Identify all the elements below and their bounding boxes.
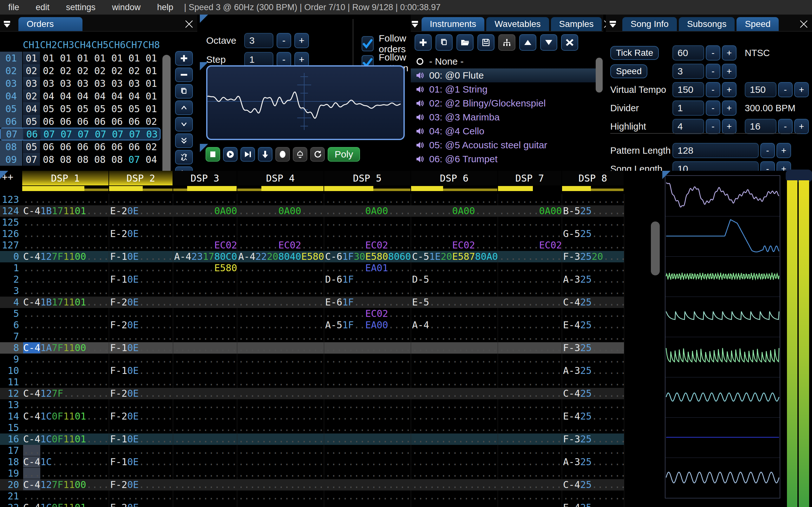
- pattern-cell[interactable]: F-20E......: [109, 479, 173, 491]
- pattern-row[interactable]: 7.......................................…: [0, 331, 624, 342]
- order-cell[interactable]: 03: [125, 78, 143, 89]
- pattern-cell[interactable]: D-61F..........: [324, 274, 411, 285]
- pattern-cell[interactable]: ...............: [411, 354, 498, 365]
- pattern-cell[interactable]: ...........: [498, 342, 562, 354]
- order-cell[interactable]: 01: [23, 52, 40, 64]
- pattern-cell[interactable]: .......EA01....: [324, 262, 411, 274]
- pattern-row[interactable]: 5.......................................…: [0, 308, 624, 320]
- pattern-cell[interactable]: ...........: [498, 228, 562, 239]
- play-pattern-button[interactable]: [241, 147, 255, 162]
- instrument-item[interactable]: 06: @6 Trumpet: [411, 152, 596, 166]
- pattern-cell[interactable]: A-51F..EA00....: [324, 320, 411, 331]
- pattern-cell[interactable]: ...........: [498, 217, 562, 228]
- pattern-cell[interactable]: ...........: [498, 251, 562, 262]
- order-cell[interactable]: 05: [57, 103, 74, 114]
- tab-samples[interactable]: Samples: [551, 17, 602, 31]
- add-button[interactable]: [175, 51, 193, 66]
- order-cell[interactable]: 04: [57, 91, 74, 102]
- plus-button[interactable]: +: [794, 82, 809, 97]
- pattern-row[interactable]: 16C-41C0F1101....F-10E..................…: [0, 434, 624, 445]
- pattern-cell[interactable]: ...........: [498, 354, 562, 365]
- close-icon[interactable]: [181, 17, 197, 31]
- move-bottom-button[interactable]: [175, 133, 193, 148]
- order-cell[interactable]: 05: [91, 103, 108, 114]
- order-cell[interactable]: 03: [40, 78, 57, 89]
- pattern-cell[interactable]: ...............: [411, 262, 498, 274]
- menu-help[interactable]: help: [149, 3, 182, 12]
- order-cell[interactable]: 01: [143, 65, 160, 76]
- pattern-cell[interactable]: ...........: [109, 262, 173, 274]
- step-value[interactable]: 1: [244, 52, 273, 67]
- pattern-cell[interactable]: ...............: [411, 342, 498, 354]
- collapse-icon[interactable]: [0, 17, 14, 31]
- pattern-cell[interactable]: ...............: [22, 194, 109, 205]
- pattern-cell[interactable]: ...............: [411, 456, 498, 468]
- pattern-row[interactable]: 22C-41C0F1101....F-20E..................…: [0, 502, 624, 507]
- pattern-cell[interactable]: ...........: [562, 354, 624, 365]
- order-cell[interactable]: 02: [125, 65, 143, 76]
- pattern-cell[interactable]: ...............: [411, 479, 498, 491]
- pattern-cell[interactable]: .......EC02: [498, 239, 562, 251]
- pattern-cell[interactable]: ...........: [562, 468, 624, 479]
- pattern-row[interactable]: 125.....................................…: [0, 217, 624, 228]
- order-cell[interactable]: 05: [108, 103, 125, 114]
- duplicate-button[interactable]: [175, 84, 193, 99]
- pattern-cell[interactable]: ...........: [562, 308, 624, 320]
- pattern-row[interactable]: 17......................................…: [0, 445, 624, 456]
- order-cell[interactable]: 06: [91, 116, 108, 127]
- order-cell[interactable]: 06: [23, 128, 41, 140]
- pattern-cell[interactable]: ...............: [237, 388, 324, 399]
- order-cell[interactable]: 04: [143, 154, 160, 165]
- pattern-cell[interactable]: ...............: [237, 354, 324, 365]
- orders-row[interactable]: 020202020202020201: [0, 64, 160, 77]
- pattern-cell[interactable]: ...............: [237, 217, 324, 228]
- pattern-cell[interactable]: ...........: [173, 354, 237, 365]
- order-cell[interactable]: 03: [57, 78, 74, 89]
- pattern-cell[interactable]: ...........: [109, 445, 173, 456]
- pattern-cell[interactable]: C-425......: [562, 388, 624, 399]
- pattern-cell[interactable]: ...............: [411, 445, 498, 456]
- pattern-cell[interactable]: ...........: [562, 399, 624, 411]
- menu-settings[interactable]: settings: [58, 3, 104, 12]
- tab-instruments[interactable]: Instruments: [421, 17, 484, 31]
- pattern-cell[interactable]: ...........: [562, 377, 624, 388]
- pattern-cell[interactable]: ...............: [411, 491, 498, 502]
- pattern-cell[interactable]: ...........: [109, 285, 173, 297]
- pattern-cell[interactable]: ...............: [324, 502, 411, 507]
- orders-row[interactable]: 060506060606060602: [0, 115, 160, 128]
- pattern-cell[interactable]: ...............: [411, 434, 498, 445]
- pattern-cell[interactable]: ...............: [237, 422, 324, 434]
- instrument-folders-button[interactable]: [498, 34, 515, 51]
- unlink-button[interactable]: [175, 150, 193, 164]
- pattern-cell[interactable]: ...............: [237, 274, 324, 285]
- pattern-cell[interactable]: A-4............: [411, 320, 498, 331]
- pattern-cell[interactable]: C-41C0F1101....: [22, 411, 109, 422]
- pattern-cell[interactable]: ...............: [324, 331, 411, 342]
- pattern-cell[interactable]: E-61F..........: [324, 297, 411, 308]
- pattern-cell[interactable]: E-425......: [562, 320, 624, 331]
- instrument-item[interactable]: 05: @5 Acoustic steel guitar: [411, 138, 596, 152]
- pattern-cell[interactable]: ...............: [22, 262, 109, 274]
- field-value[interactable]: 128: [672, 143, 759, 158]
- order-cell[interactable]: 02: [143, 141, 160, 153]
- pattern-cell[interactable]: ...........: [173, 388, 237, 399]
- pattern-cell[interactable]: ...........: [109, 377, 173, 388]
- instrument-duplicate-button[interactable]: [436, 34, 453, 51]
- order-cell[interactable]: 05: [125, 103, 143, 114]
- pattern-cell[interactable]: ...........: [498, 308, 562, 320]
- pattern-row[interactable]: 1.................................E580..…: [0, 262, 624, 274]
- pattern-cell[interactable]: ...............: [237, 365, 324, 377]
- octave-plus-button[interactable]: +: [294, 33, 309, 48]
- tab-song-info[interactable]: Song Info: [622, 17, 677, 31]
- order-cell[interactable]: 05: [23, 140, 40, 153]
- pattern-cell[interactable]: ...............: [22, 399, 109, 411]
- minus-button[interactable]: -: [706, 45, 720, 60]
- pattern-cell[interactable]: ...............: [324, 445, 411, 456]
- order-cell[interactable]: 01: [143, 103, 160, 114]
- pattern-cell[interactable]: ...............: [324, 377, 411, 388]
- order-cell[interactable]: 07: [92, 129, 109, 140]
- pattern-cell[interactable]: C-51E20E58780A0: [411, 251, 498, 262]
- pattern-cell[interactable]: C-41C0F1101....: [22, 434, 109, 445]
- pattern-cell[interactable]: ...............: [237, 297, 324, 308]
- field-value[interactable]: 150: [672, 82, 704, 97]
